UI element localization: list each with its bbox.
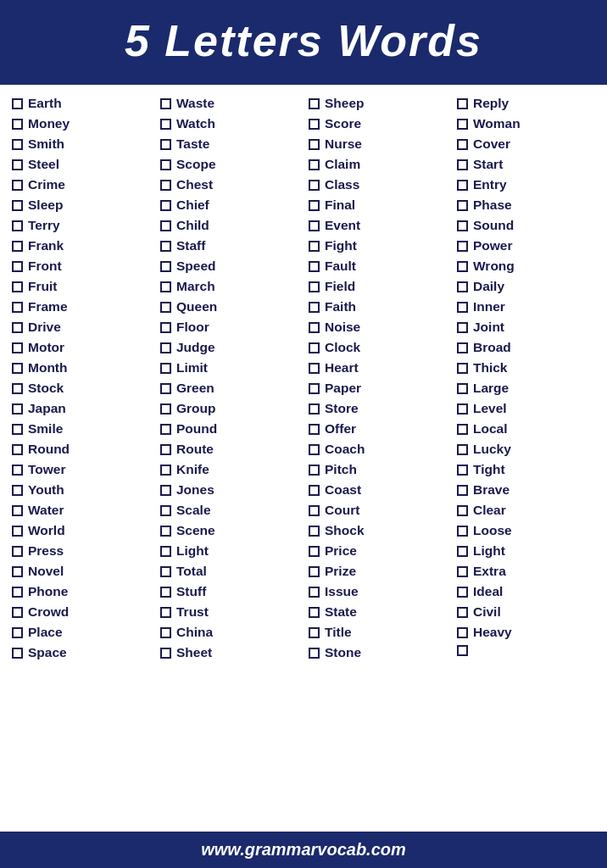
checkbox-icon[interactable] bbox=[309, 546, 320, 557]
checkbox-icon[interactable] bbox=[160, 444, 171, 455]
checkbox-icon[interactable] bbox=[309, 403, 320, 415]
list-item[interactable]: Stone bbox=[307, 643, 448, 663]
checkbox-icon[interactable] bbox=[12, 139, 23, 150]
list-item[interactable]: Broad bbox=[455, 337, 597, 358]
checkbox-icon[interactable] bbox=[309, 200, 320, 211]
list-item[interactable]: Total bbox=[159, 561, 300, 581]
list-item[interactable]: Joint bbox=[455, 317, 597, 337]
checkbox-icon[interactable] bbox=[309, 424, 320, 435]
list-item[interactable]: Civil bbox=[455, 602, 597, 622]
checkbox-icon[interactable] bbox=[309, 607, 320, 618]
list-item[interactable]: Frame bbox=[10, 297, 152, 317]
list-item[interactable]: Tower bbox=[10, 459, 152, 480]
list-item[interactable]: Paper bbox=[307, 378, 448, 398]
checkbox-icon[interactable] bbox=[309, 485, 320, 496]
list-item[interactable]: Price bbox=[307, 541, 448, 561]
checkbox-icon[interactable] bbox=[12, 566, 23, 577]
list-item[interactable]: Ideal bbox=[455, 581, 597, 602]
list-item[interactable]: Power bbox=[455, 236, 597, 256]
checkbox-icon[interactable] bbox=[457, 526, 468, 537]
list-item[interactable]: Speed bbox=[159, 256, 300, 276]
list-item[interactable]: Earth bbox=[10, 93, 152, 114]
list-item[interactable]: Youth bbox=[10, 480, 152, 500]
checkbox-icon[interactable] bbox=[160, 485, 171, 496]
checkbox-icon[interactable] bbox=[160, 342, 171, 353]
list-item[interactable]: Issue bbox=[307, 581, 448, 602]
list-item[interactable]: Scale bbox=[159, 500, 300, 520]
list-item[interactable]: Fault bbox=[307, 256, 448, 276]
checkbox-icon[interactable] bbox=[457, 139, 468, 150]
checkbox-icon[interactable] bbox=[12, 546, 23, 557]
list-item[interactable]: Smile bbox=[10, 419, 152, 439]
list-item[interactable]: Group bbox=[159, 398, 300, 419]
list-item[interactable]: Pitch bbox=[307, 459, 448, 480]
list-item[interactable]: Clock bbox=[307, 337, 448, 358]
checkbox-icon[interactable] bbox=[12, 342, 23, 353]
list-item[interactable]: Event bbox=[307, 215, 448, 236]
list-item[interactable]: Fruit bbox=[10, 276, 152, 297]
checkbox-icon[interactable] bbox=[12, 159, 23, 170]
checkbox-icon[interactable] bbox=[160, 139, 171, 150]
checkbox-icon[interactable] bbox=[160, 465, 171, 476]
checkbox-icon[interactable] bbox=[309, 139, 320, 150]
checkbox-icon[interactable] bbox=[309, 383, 320, 394]
list-item[interactable]: Queen bbox=[159, 297, 300, 317]
list-item[interactable]: Novel bbox=[10, 561, 152, 581]
list-item[interactable]: Reply bbox=[455, 93, 597, 114]
checkbox-icon[interactable] bbox=[457, 403, 468, 415]
list-item[interactable]: Smith bbox=[10, 134, 152, 154]
list-item[interactable]: Sound bbox=[455, 215, 597, 236]
checkbox-icon[interactable] bbox=[12, 444, 23, 455]
checkbox-icon[interactable] bbox=[457, 485, 468, 496]
checkbox-icon[interactable] bbox=[160, 200, 171, 211]
checkbox-icon[interactable] bbox=[457, 220, 468, 231]
checkbox-icon[interactable] bbox=[12, 383, 23, 394]
checkbox-icon[interactable] bbox=[309, 322, 320, 333]
checkbox-icon[interactable] bbox=[457, 383, 468, 394]
checkbox-icon[interactable] bbox=[309, 587, 320, 598]
checkbox-icon[interactable] bbox=[309, 505, 320, 516]
list-item[interactable]: Prize bbox=[307, 561, 448, 581]
list-item[interactable]: Chest bbox=[159, 175, 300, 195]
list-item[interactable]: Trust bbox=[159, 602, 300, 622]
checkbox-icon[interactable] bbox=[309, 627, 320, 638]
checkbox-icon[interactable] bbox=[160, 505, 171, 516]
checkbox-icon[interactable] bbox=[12, 119, 23, 130]
checkbox-icon[interactable] bbox=[309, 159, 320, 170]
checkbox-icon[interactable] bbox=[457, 322, 468, 333]
checkbox-icon[interactable] bbox=[457, 241, 468, 252]
list-item[interactable]: Knife bbox=[159, 459, 300, 480]
checkbox-icon[interactable] bbox=[160, 627, 171, 638]
checkbox-icon[interactable] bbox=[457, 444, 468, 455]
list-item[interactable]: Steel bbox=[10, 154, 152, 175]
list-item[interactable]: Claim bbox=[307, 154, 448, 175]
checkbox-icon[interactable] bbox=[160, 98, 171, 109]
list-item[interactable]: Extra bbox=[455, 561, 597, 581]
checkbox-icon[interactable] bbox=[309, 241, 320, 252]
checkbox-icon[interactable] bbox=[457, 180, 468, 191]
list-item[interactable]: Terry bbox=[10, 215, 152, 236]
checkbox-icon[interactable] bbox=[457, 607, 468, 618]
list-item[interactable]: Field bbox=[307, 276, 448, 297]
checkbox-icon[interactable] bbox=[12, 465, 23, 476]
checkbox-icon[interactable] bbox=[457, 363, 468, 374]
list-item[interactable]: Inner bbox=[455, 297, 597, 317]
checkbox-icon[interactable] bbox=[12, 220, 23, 231]
list-item[interactable]: Fight bbox=[307, 236, 448, 256]
list-item[interactable]: Motor bbox=[10, 337, 152, 358]
list-item[interactable]: Drive bbox=[10, 317, 152, 337]
checkbox-icon[interactable] bbox=[160, 363, 171, 374]
checkbox-icon[interactable] bbox=[457, 261, 468, 272]
list-item[interactable]: Waste bbox=[159, 93, 300, 114]
checkbox-icon[interactable] bbox=[12, 363, 23, 374]
list-item[interactable]: March bbox=[159, 276, 300, 297]
checkbox-icon[interactable] bbox=[12, 485, 23, 496]
checkbox-icon[interactable] bbox=[12, 648, 23, 659]
checkbox-icon[interactable] bbox=[12, 281, 23, 292]
checkbox-icon[interactable] bbox=[160, 566, 171, 577]
list-item[interactable]: Round bbox=[10, 439, 152, 459]
list-item[interactable]: Place bbox=[10, 622, 152, 643]
list-item[interactable]: Local bbox=[455, 419, 597, 439]
list-item[interactable]: Space bbox=[10, 643, 152, 663]
checkbox-icon[interactable] bbox=[309, 566, 320, 577]
